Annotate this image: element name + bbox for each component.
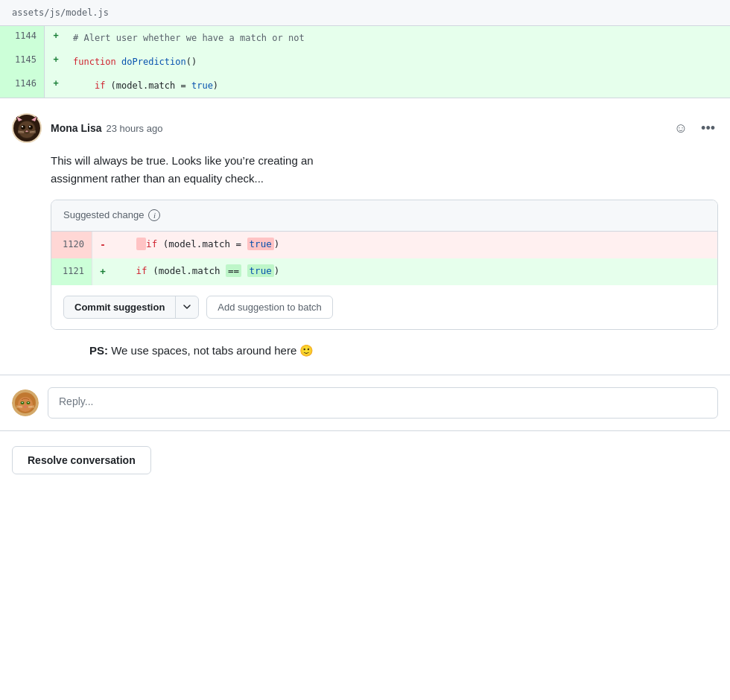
diff-line-1145: 1145 + function doPrediction()	[0, 50, 730, 74]
line-num-1145: 1145	[0, 50, 45, 74]
svg-point-7	[19, 121, 35, 138]
comment-actions: ☺ •••	[671, 119, 718, 138]
commit-dropdown-caret[interactable]	[176, 299, 198, 314]
suggested-change-header: Suggested change i	[51, 200, 717, 232]
commit-suggestion-button[interactable]: Commit suggestion	[63, 296, 199, 319]
ps-text: We use spaces, not tabs around here 🙂	[108, 344, 314, 357]
add-to-batch-button[interactable]: Add suggestion to batch	[206, 296, 333, 319]
comment-header: Mona Lisa 23 hours ago ☺ •••	[12, 113, 718, 143]
suggestion-removed-sign: -	[92, 232, 113, 258]
comment-author: Mona Lisa	[51, 122, 101, 134]
resolve-section: Resolve conversation	[0, 431, 730, 489]
avatar	[12, 113, 42, 143]
suggestion-added-sign: +	[92, 258, 113, 285]
suggestion-removed-code: if (model.match = true)	[113, 232, 717, 258]
suggestion-added-num: 1121	[51, 258, 92, 285]
caret-down-icon	[183, 305, 191, 309]
suggestion-added-code: if (model.match == true)	[113, 258, 717, 285]
svg-point-10	[22, 126, 23, 127]
file-path: assets/js/model.js	[12, 7, 109, 18]
info-icon: i	[148, 209, 160, 221]
diff-line-1144: 1144 + # Alert user whether we have a ma…	[0, 26, 730, 50]
commit-suggestion-label: Commit suggestion	[64, 296, 175, 318]
more-options-button[interactable]: •••	[698, 119, 718, 138]
ps-label: PS:	[89, 344, 108, 357]
line-num-1146: 1146	[0, 74, 45, 98]
diff-code-1146: if (model.match = true)	[67, 74, 730, 98]
line-num-1144: 1144	[0, 26, 45, 50]
emoji-reaction-button[interactable]: ☺	[671, 119, 691, 138]
svg-point-8	[21, 125, 25, 130]
suggestion-removed-num: 1120	[51, 232, 92, 258]
diff-code-1144: # Alert user whether we have a match or …	[67, 26, 730, 50]
reply-input[interactable]	[48, 387, 718, 419]
diff-line-1146: 1146 + if (model.match = true)	[0, 74, 730, 98]
suggested-change-label: Suggested change	[63, 208, 144, 223]
suggested-change: Suggested change i 1120 - if (model.matc…	[51, 200, 718, 330]
svg-point-19	[18, 397, 33, 412]
suggestion-actions: Commit suggestion Add suggestion to batc…	[51, 285, 717, 329]
comment-text-line1: This will always be true. Looks like you…	[51, 152, 718, 188]
file-header: assets/js/model.js	[0, 0, 730, 26]
suggestion-added-line: 1121 + if (model.match == true)	[51, 258, 717, 285]
reply-avatar	[12, 389, 39, 416]
diff-sign-1145: +	[45, 50, 67, 74]
diff-sign-1146: +	[45, 74, 67, 98]
reply-section	[0, 375, 730, 431]
diff-sign-1144: +	[45, 26, 67, 50]
diff-code-1145: function doPrediction()	[67, 50, 730, 74]
svg-point-11	[29, 126, 31, 127]
resolve-conversation-button[interactable]: Resolve conversation	[12, 446, 151, 474]
comment-meta: Mona Lisa 23 hours ago	[51, 122, 671, 134]
comment-body: This will always be true. Looks like you…	[12, 152, 718, 360]
svg-point-23	[28, 401, 29, 403]
comment-ps: PS: We use spaces, not tabs around here …	[51, 342, 718, 360]
svg-point-9	[28, 125, 33, 130]
diff-block: 1144 + # Alert user whether we have a ma…	[0, 26, 730, 98]
svg-point-22	[22, 401, 23, 403]
suggestion-removed-line: 1120 - if (model.match = true)	[51, 232, 717, 258]
comment-time: 23 hours ago	[106, 123, 162, 134]
comment-section: Mona Lisa 23 hours ago ☺ ••• This will a…	[0, 98, 730, 375]
